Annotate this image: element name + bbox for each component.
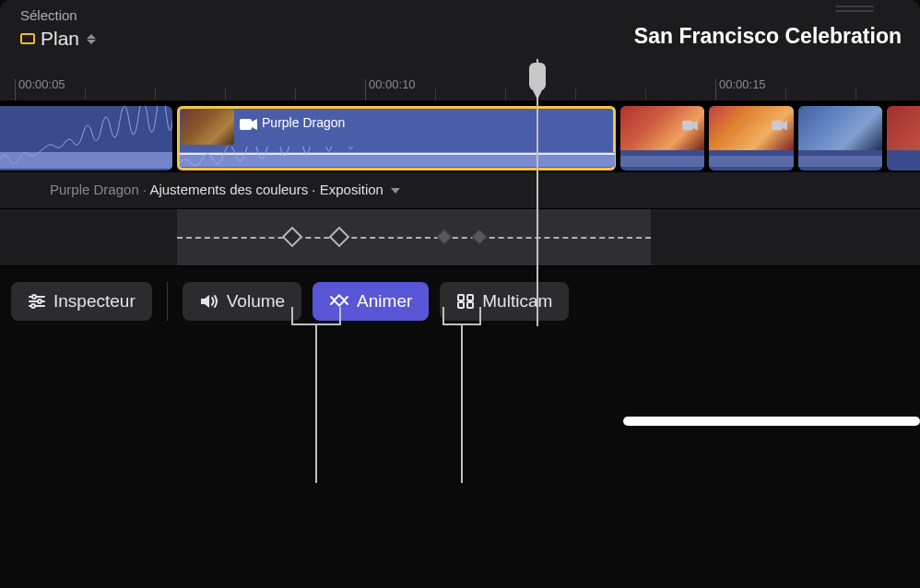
- clip[interactable]: [620, 106, 705, 171]
- keyframe[interactable]: [472, 229, 488, 245]
- param-property-name: Exposition: [320, 182, 383, 197]
- clip[interactable]: [798, 106, 883, 171]
- keyframe[interactable]: [437, 229, 453, 245]
- keyframe[interactable]: [282, 227, 303, 248]
- callout-line: [442, 307, 444, 325]
- keyframe[interactable]: [329, 227, 350, 248]
- plan-dropdown[interactable]: Plan: [20, 28, 96, 50]
- scrollbar[interactable]: [623, 417, 920, 426]
- svg-rect-17: [467, 295, 473, 300]
- ruler-tick-label: 00:00:10: [369, 77, 416, 91]
- playhead[interactable]: [529, 63, 546, 90]
- clip-selected[interactable]: Purple Dragon: [177, 106, 616, 171]
- camera-icon: [772, 119, 788, 135]
- param-effect-name: Ajustements des couleurs: [149, 182, 308, 197]
- callout-line: [339, 307, 341, 325]
- speaker-icon: [199, 293, 219, 310]
- volume-button-label: Volume: [227, 291, 285, 312]
- svg-rect-16: [458, 295, 464, 300]
- ruler-tick-label: 00:00:15: [719, 77, 766, 91]
- svg-rect-19: [467, 302, 473, 308]
- svg-rect-0: [0, 152, 172, 169]
- volume-button[interactable]: Volume: [183, 282, 301, 321]
- camera-icon: [240, 117, 258, 135]
- clip[interactable]: [709, 106, 794, 171]
- svg-rect-6: [772, 121, 782, 131]
- ruler-tick-label: 00:00:05: [18, 77, 65, 91]
- svg-rect-5: [620, 156, 705, 167]
- clips-row[interactable]: Purple Dragon: [0, 101, 920, 171]
- bottom-toolbar: Inspecteur Volume Animer Multicam: [0, 265, 920, 326]
- param-clip-name: Purple Dragon: [50, 182, 139, 197]
- plan-dropdown-label: Plan: [41, 28, 79, 50]
- timeline-area: 00:00:05 00:00:10 00:00:15: [0, 59, 920, 265]
- grid-icon: [456, 293, 475, 310]
- clip-label: Purple Dragon: [262, 115, 345, 130]
- chevron-down-icon[interactable]: [391, 188, 400, 194]
- sliders-icon: [28, 293, 46, 310]
- selection-label: Sélection: [20, 7, 77, 23]
- project-title: San Francisco Celebration: [634, 24, 902, 49]
- parameter-row[interactable]: Purple Dragon · Ajustements des couleurs…: [0, 171, 920, 208]
- clip-thumbnail: [887, 106, 920, 150]
- animate-button-label: Animer: [357, 291, 412, 312]
- svg-point-14: [31, 304, 35, 308]
- keyframe-track[interactable]: [177, 209, 651, 265]
- clip[interactable]: [887, 106, 920, 171]
- callout-line: [315, 324, 317, 483]
- plan-icon: [20, 33, 35, 44]
- inspector-button-label: Inspecteur: [53, 291, 136, 312]
- clip-thumbnail: [181, 110, 234, 145]
- multicam-button[interactable]: Multicam: [440, 282, 569, 321]
- svg-point-10: [32, 295, 36, 299]
- time-ruler[interactable]: 00:00:05 00:00:10 00:00:15: [0, 59, 920, 101]
- grabber-handle[interactable]: [835, 6, 874, 12]
- svg-rect-18: [458, 302, 464, 308]
- animate-button[interactable]: Animer: [313, 282, 429, 321]
- multicam-button-label: Multicam: [482, 291, 552, 312]
- keyframe-editor[interactable]: [0, 208, 920, 265]
- svg-rect-1: [240, 119, 252, 130]
- camera-icon: [682, 119, 699, 135]
- callout-line: [479, 307, 481, 325]
- svg-rect-7: [709, 156, 794, 167]
- callout-line: [291, 307, 293, 325]
- svg-point-12: [38, 300, 41, 303]
- separator: [167, 282, 168, 321]
- svg-rect-4: [682, 121, 692, 131]
- clip[interactable]: [0, 106, 172, 171]
- playhead-tip: [532, 88, 543, 100]
- top-bar: Sélection Plan San Francisco Celebration: [0, 0, 920, 59]
- updown-icon: [87, 34, 96, 44]
- keyframe-line: [177, 237, 651, 239]
- inspector-button[interactable]: Inspecteur: [11, 282, 152, 321]
- callout-line: [461, 324, 463, 483]
- svg-rect-8: [798, 156, 883, 167]
- clip-thumbnail: [798, 106, 883, 150]
